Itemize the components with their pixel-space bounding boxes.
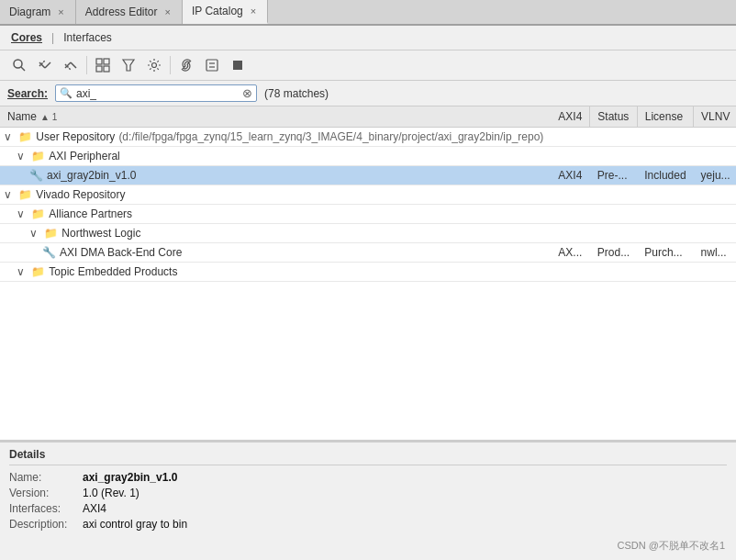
detail-value: axi_gray2bin_v1.0: [83, 471, 177, 484]
cell-name: ∨ 📁Vivado Repository: [0, 185, 551, 205]
collapse-icon: [38, 58, 52, 73]
row-name-text: Vivado Repository: [36, 188, 125, 201]
col-header-axi4[interactable]: AXI4: [551, 106, 590, 128]
row-name-text: AXI Peripheral: [49, 150, 119, 162]
cell-axi4: [551, 263, 590, 282]
row-name-text: AXI DMA Back-End Core: [60, 246, 182, 259]
cell-vlnv: [694, 263, 736, 282]
col-header-name[interactable]: Name ▲ 1: [0, 106, 551, 128]
cell-license: Included: [637, 166, 693, 185]
col-header-license[interactable]: License: [637, 106, 693, 128]
tab-diagram-close[interactable]: ×: [56, 6, 65, 17]
settings-icon: [147, 58, 162, 73]
toolbar-search-btn[interactable]: [7, 54, 31, 76]
tab-diagram-label: Diagram: [9, 6, 50, 18]
table-row[interactable]: ∨ 📁Alliance Partners: [0, 205, 736, 224]
toolbar-sep-2: [170, 56, 171, 74]
search-clear-btn[interactable]: ⊗: [242, 86, 252, 100]
tab-diagram[interactable]: Diagram ×: [0, 0, 76, 24]
tab-ip-catalog[interactable]: IP Catalog ×: [183, 0, 268, 24]
watermark: CSDN @不脱单不改名1: [617, 539, 725, 553]
folder-icon: 📁: [31, 207, 45, 220]
toolbar: [0, 50, 736, 81]
row-name-text: axi_gray2bin_v1.0: [47, 169, 136, 182]
sort-indicator: ▲ 1: [40, 112, 57, 122]
detail-label: Description:: [9, 518, 83, 531]
search-label: Search:: [7, 87, 48, 100]
tab-address-editor[interactable]: Address Editor ×: [76, 0, 183, 24]
toolbar-collapse-btn[interactable]: [33, 54, 57, 76]
stop-icon: [230, 58, 245, 73]
detail-label: Name:: [9, 471, 83, 484]
svg-point-13: [152, 63, 157, 68]
folder-icon: 📁: [18, 188, 32, 201]
cell-vlnv: [694, 185, 736, 205]
search-input-wrap: 🔍 ⊗: [55, 84, 257, 102]
cell-name: ∨ 📁Northwest Logic: [0, 224, 551, 243]
detail-row: Name:axi_gray2bin_v1.0: [9, 471, 727, 484]
cell-vlnv: yeju...: [694, 166, 736, 185]
cell-name: ∨ 📁User Repository(d:/file/fpga/fpga_zyn…: [0, 128, 551, 147]
cell-vlnv: [694, 147, 736, 166]
chevron-icon[interactable]: ∨: [17, 150, 28, 162]
table-row[interactable]: ∨ 📁Northwest Logic: [0, 224, 736, 243]
svg-rect-17: [233, 61, 242, 70]
cell-status: Pre-...: [590, 166, 637, 185]
sub-tab-cores[interactable]: Cores: [7, 29, 46, 46]
col-name-label: Name: [7, 110, 37, 123]
toolbar-link-btn[interactable]: [174, 54, 198, 76]
col-header-status[interactable]: Status: [590, 106, 637, 128]
chevron-icon[interactable]: ∨: [17, 265, 28, 278]
tab-address-editor-close[interactable]: ×: [163, 6, 173, 17]
cell-name: ∨ 📁AXI Peripheral: [0, 147, 551, 166]
search-input[interactable]: [76, 87, 242, 100]
table-row[interactable]: ∨ 📁Topic Embedded Products: [0, 263, 736, 282]
table-row[interactable]: ∨ 📁User Repository(d:/file/fpga/fpga_zyn…: [0, 128, 736, 147]
table-row[interactable]: 🔧AXI DMA Back-End CoreAX...Prod...Purch.…: [0, 243, 736, 263]
cell-name: 🔧AXI DMA Back-End Core: [0, 243, 551, 263]
item-icon: 🔧: [42, 246, 56, 259]
cell-status: [590, 185, 637, 205]
toolbar-expand-btn[interactable]: [59, 54, 83, 76]
row-name-text: Northwest Logic: [61, 227, 140, 240]
cell-vlnv: nwl...: [694, 243, 736, 263]
toolbar-config-btn[interactable]: [200, 54, 224, 76]
tab-bar: Diagram × Address Editor × IP Catalog ×: [0, 0, 736, 26]
svg-rect-8: [96, 59, 102, 64]
detail-value: axi control gray to bin: [83, 518, 187, 531]
chevron-icon[interactable]: ∨: [29, 227, 40, 240]
chevron-icon[interactable]: ∨: [17, 207, 28, 220]
tab-address-editor-label: Address Editor: [85, 6, 158, 18]
cell-status: [590, 147, 637, 166]
cell-status: [590, 128, 637, 147]
chevron-icon[interactable]: ∨: [4, 188, 15, 201]
search-bar: Search: 🔍 ⊗ (78 matches): [0, 81, 736, 106]
toolbar-customize-btn[interactable]: [91, 54, 115, 76]
detail-row: Description:axi control gray to bin: [9, 518, 727, 531]
chevron-icon[interactable]: ∨: [4, 130, 15, 143]
cell-status: Prod...: [590, 243, 637, 263]
cell-license: Purch...: [637, 243, 693, 263]
cell-axi4: AXI4: [551, 166, 590, 185]
customize-icon: [95, 58, 110, 73]
toolbar-settings-btn[interactable]: [142, 54, 166, 76]
toolbar-filter-btn[interactable]: [117, 54, 140, 76]
ip-catalog-table[interactable]: Name ▲ 1 AXI4 Status License VLNV ∨ 📁Use…: [0, 106, 736, 441]
sub-tab-divider: |: [51, 31, 54, 44]
row-name-text: Alliance Partners: [49, 207, 132, 220]
col-header-vlnv[interactable]: VLNV: [694, 106, 736, 128]
detail-value: 1.0 (Rev. 1): [83, 487, 139, 499]
cell-vlnv: [694, 128, 736, 147]
cell-vlnv: [694, 224, 736, 243]
cell-license: [637, 205, 693, 224]
sub-tabs: Cores | Interfaces: [0, 26, 736, 50]
sub-tab-interfaces[interactable]: Interfaces: [60, 29, 116, 46]
table-row[interactable]: 🔧axi_gray2bin_v1.0AXI4Pre-...Includedyej…: [0, 166, 736, 185]
toolbar-stop-btn[interactable]: [226, 54, 250, 76]
table-row[interactable]: ∨ 📁AXI Peripheral: [0, 147, 736, 166]
row-name-text: User Repository: [36, 130, 115, 143]
svg-line-3: [45, 62, 50, 68]
table-row[interactable]: ∨ 📁Vivado Repository: [0, 185, 736, 205]
tab-ip-catalog-close[interactable]: ×: [249, 6, 258, 17]
cell-license: [637, 263, 693, 282]
